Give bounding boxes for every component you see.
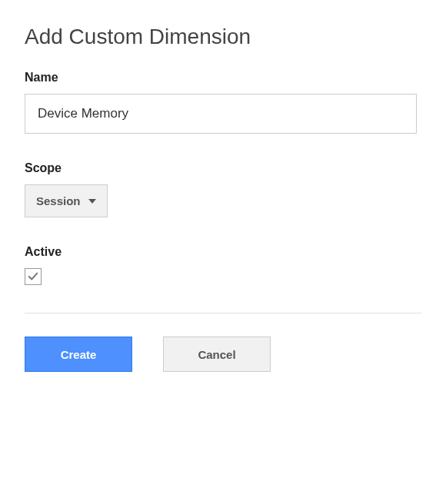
scope-field-group: Scope Session (25, 161, 421, 217)
chevron-down-icon (88, 199, 96, 204)
create-button[interactable]: Create (25, 337, 132, 372)
name-field-group: Name (25, 71, 421, 134)
checkmark-icon (28, 271, 38, 282)
page-title: Add Custom Dimension (25, 25, 421, 49)
name-label: Name (25, 71, 421, 85)
name-input[interactable] (25, 94, 417, 134)
scope-selected-value: Session (36, 194, 81, 207)
active-field-group: Active (25, 245, 421, 285)
scope-dropdown[interactable]: Session (25, 184, 108, 217)
divider (25, 313, 421, 313)
button-row: Create Cancel (25, 337, 421, 372)
cancel-button[interactable]: Cancel (163, 337, 271, 372)
active-label: Active (25, 245, 421, 259)
scope-label: Scope (25, 161, 421, 175)
active-checkbox[interactable] (25, 268, 42, 285)
